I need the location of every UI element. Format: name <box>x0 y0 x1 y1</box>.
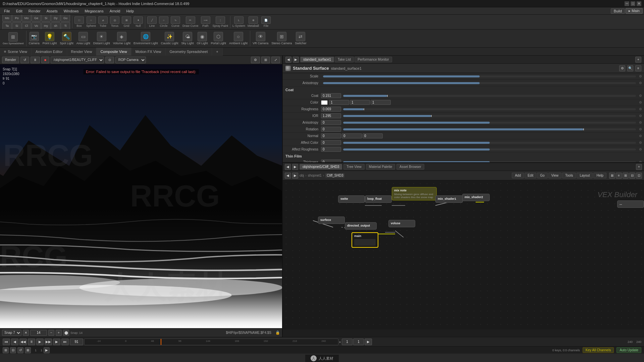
node-mix-shader2[interactable]: mix_shader2 <box>462 194 490 201</box>
mode-she[interactable]: sh <box>51 22 60 29</box>
status-btn1[interactable]: ⊞ <box>3 347 9 353</box>
node-directed-output[interactable]: directed_output <box>345 222 377 230</box>
ne-tab-asset[interactable]: Asset Browser <box>396 164 424 170</box>
camera-path-select[interactable]: /obj/ropnet1/BEAUTY_CLIFF <box>51 57 104 63</box>
mode-sim[interactable]: Si <box>41 15 51 22</box>
prop-roughness-value[interactable] <box>321 107 341 112</box>
prop-rotation-value[interactable] <box>321 127 341 132</box>
prop-roughness-slider[interactable] <box>343 108 636 110</box>
prop-thickness-value[interactable] <box>321 160 341 163</box>
shelf-geo-spreadsheet[interactable]: ⊞ Geo Spreadsheet <box>1 32 25 46</box>
shelf-vr-camera[interactable]: 👁 VR Camera <box>251 31 270 46</box>
menu-render[interactable]: Render <box>26 8 43 14</box>
prop-anisotropy-value[interactable] <box>321 120 341 125</box>
lock-icon[interactable]: 🔒 <box>275 330 280 335</box>
prop-anisotropy-top-gear[interactable]: ⚙ <box>638 81 643 85</box>
playhead[interactable] <box>161 339 161 345</box>
snap-plus[interactable]: + <box>56 330 62 336</box>
tab-motion-fx[interactable]: Motion FX View <box>131 48 166 56</box>
vp-settings[interactable]: ⚙ <box>251 57 260 63</box>
mode-model[interactable]: Mo <box>22 15 31 22</box>
mode-modify[interactable]: Mo <box>2 15 12 22</box>
tab-animation-editor[interactable]: Animation Editor <box>32 48 67 56</box>
ne-icon-btn3[interactable]: ⊞ <box>623 173 629 179</box>
auto-update-button[interactable]: Auto Update <box>616 347 641 353</box>
tool-lsystem[interactable]: L <box>234 16 244 24</box>
props-gear[interactable]: ⚙ <box>619 65 625 71</box>
shelf-spot-light[interactable]: 🔦 Spot Light <box>58 31 75 46</box>
tab-geometry-spreadsheet[interactable]: Geometry Spreadsheet <box>166 48 212 56</box>
shelf-distant-light[interactable]: ☀ Distant Light <box>92 31 111 46</box>
status-play[interactable]: ▶ <box>44 347 50 353</box>
key-all-channels-button[interactable]: Key All Channels <box>583 347 614 353</box>
props-add[interactable]: + <box>635 57 641 63</box>
tool-tube[interactable]: ⌀ <box>98 16 108 24</box>
ne-tab-cliff[interactable]: obj/shopnet1/Cliff_SHD3 <box>300 164 342 170</box>
tool-torus[interactable]: ◎ <box>110 16 119 24</box>
mode-vop[interactable]: Vo <box>32 22 41 29</box>
props-tab-performance[interactable]: Performance Monitor <box>355 57 392 62</box>
props-menu[interactable]: ≡ <box>635 65 641 71</box>
prop-scale-gear[interactable]: ⚙ <box>638 74 643 79</box>
tab-composite-view[interactable]: Composite View <box>96 48 131 56</box>
snap-minus[interactable]: − <box>48 330 54 336</box>
props-search[interactable]: 🔍 <box>627 65 633 71</box>
prop-ior-slider[interactable] <box>343 115 636 117</box>
rop-camera-select[interactable]: ROP Camera <box>115 57 146 63</box>
ne-icon-btn5[interactable]: ⊡ <box>636 173 642 179</box>
node-main[interactable]: main <box>352 232 378 248</box>
tab-scene-view[interactable]: Scene View <box>0 48 32 56</box>
ne-add-btn[interactable]: Add <box>512 173 524 178</box>
tool-file[interactable]: 📄 <box>261 16 271 24</box>
range-play[interactable]: ▶ <box>365 339 372 345</box>
timeline-scrubber[interactable]: -1404896144168192216240 <box>84 339 338 345</box>
vp-toggle[interactable]: ⊞ <box>261 57 270 63</box>
props-back[interactable]: ◀ <box>285 57 291 63</box>
transport-stop[interactable]: ⏸ <box>28 339 35 345</box>
tab-render-view[interactable]: Render View <box>67 48 97 56</box>
ne-tab-material[interactable]: Material Palette <box>366 164 395 170</box>
props-tab-surface[interactable]: standard_surface1 <box>300 57 334 62</box>
transport-play[interactable]: ▶ <box>36 339 44 345</box>
prop-scale-slider[interactable] <box>323 75 636 77</box>
prop-coat-color-g[interactable] <box>350 100 370 105</box>
shelf-oil-light[interactable]: ◉ Oil Light <box>196 31 209 46</box>
status-btn2[interactable]: ⊟ <box>10 347 16 353</box>
prop-ior-gear[interactable]: ⚙ <box>638 114 643 118</box>
tool-box[interactable]: □ <box>74 16 84 24</box>
prop-affect-roughness-gear[interactable]: ⚙ <box>638 147 643 152</box>
mode-dyn[interactable]: Dy <box>51 15 60 22</box>
node-voluse[interactable]: voluse <box>388 220 415 227</box>
transport-step-back[interactable]: ⏮ <box>3 339 10 345</box>
prop-affect-color-gear[interactable]: ⚙ <box>638 140 643 145</box>
ne-view-btn[interactable]: View <box>548 173 562 178</box>
tool-sphere[interactable]: ○ <box>87 16 96 24</box>
prop-normal-gear[interactable]: ⚙ <box>638 134 643 138</box>
ne-fwd[interactable]: ▶ <box>292 164 298 170</box>
mode-geo[interactable]: Ge <box>32 15 41 22</box>
status-btn4[interactable]: ⊠ <box>25 347 31 353</box>
close-button[interactable]: ✕ <box>637 1 641 6</box>
menu-megascans[interactable]: Megascans <box>82 8 106 14</box>
range-end[interactable] <box>353 339 364 345</box>
transport-next-key[interactable]: ▶ <box>53 339 60 345</box>
node-mix-note[interactable]: mix note Mixing between geox diffuse and… <box>392 187 437 200</box>
transport-prev-key[interactable]: ◀ <box>11 339 18 345</box>
shelf-volume-light[interactable]: ◈ Volume Light <box>112 31 132 46</box>
prop-normal-x[interactable] <box>321 133 341 138</box>
tool-grid[interactable]: ⊞ <box>122 16 131 24</box>
shelf-stereo-camera[interactable]: ⊞ Stereo Camera <box>270 31 293 46</box>
tool-line[interactable]: ╱ <box>147 16 157 24</box>
prop-affect-roughness-slider[interactable] <box>343 148 636 150</box>
menu-file[interactable]: File <box>1 8 13 14</box>
prop-coat-value[interactable] <box>321 93 341 98</box>
refresh-button[interactable]: ↺ <box>20 57 29 63</box>
node-partial[interactable]: ... <box>617 200 644 208</box>
minimize-button[interactable]: ─ <box>625 1 629 6</box>
node-mix-shader[interactable]: mix_shader1 <box>435 195 463 203</box>
prop-normal-z[interactable] <box>363 133 383 138</box>
tool-draw-curve[interactable]: ✏ <box>186 16 195 24</box>
ne-tab-tree-view[interactable]: Tree View <box>343 164 364 170</box>
prop-thickness-gear[interactable]: ⚙ <box>638 160 643 163</box>
ne-help-btn[interactable]: Help <box>593 173 606 178</box>
